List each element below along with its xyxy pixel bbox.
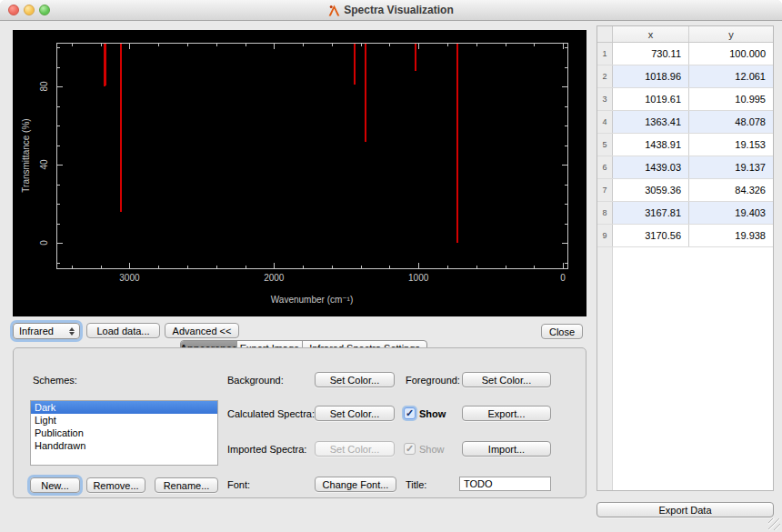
row-number[interactable]: 7 <box>597 179 613 201</box>
cell-y[interactable]: 19.153 <box>688 134 773 156</box>
y-tick <box>57 47 60 48</box>
x-tick <box>563 263 564 268</box>
zoom-window-button[interactable] <box>39 5 50 15</box>
cell-x[interactable]: 3170.56 <box>613 225 688 246</box>
x-tick <box>187 266 188 268</box>
table-row[interactable]: 31019.6110.995 <box>597 88 773 111</box>
background-label: Background: <box>227 375 284 386</box>
titlebar[interactable]: Spectra Visualization <box>0 0 782 21</box>
x-tick <box>158 266 159 268</box>
table-row[interactable]: 83167.8119.403 <box>597 202 773 225</box>
cell-y[interactable]: 10.995 <box>688 88 773 110</box>
y-tick <box>565 125 567 126</box>
cell-x[interactable]: 1019.61 <box>613 88 688 110</box>
cell-x[interactable]: 3167.81 <box>613 202 688 224</box>
column-header-y[interactable]: y <box>688 26 773 42</box>
calculated-set-color-button[interactable]: Set Color... <box>315 406 395 421</box>
advanced-button[interactable]: Advanced << <box>165 323 239 338</box>
export-spectra-button[interactable]: Export... <box>462 406 551 421</box>
cell-x[interactable]: 1438.91 <box>613 134 688 156</box>
y-tick <box>57 125 60 126</box>
y-tick <box>562 243 567 244</box>
spectra-visualization-window: Spectra Visualization Transmittance (%) … <box>0 0 782 532</box>
popup-stepper-icon <box>66 327 76 336</box>
cell-y[interactable]: 19.403 <box>688 202 773 224</box>
new-scheme-button[interactable]: New... <box>30 477 80 493</box>
window-title: Spectra Visualization <box>328 4 454 16</box>
table-row[interactable]: 73059.3684.326 <box>597 179 773 202</box>
load-data-button[interactable]: Load data... <box>86 323 160 338</box>
table-row[interactable]: 21018.9612.061 <box>597 65 773 88</box>
export-data-button[interactable]: Export Data <box>597 502 774 517</box>
row-number[interactable]: 3 <box>597 88 613 110</box>
table-row[interactable]: 61439.0319.137 <box>597 156 773 179</box>
app-icon <box>328 5 340 16</box>
rename-scheme-button[interactable]: Rename... <box>155 477 218 493</box>
x-tick <box>72 44 73 46</box>
x-tick <box>389 266 390 268</box>
y-tick <box>565 106 567 107</box>
cell-x[interactable]: 1439.03 <box>613 156 688 178</box>
title-input[interactable] <box>459 477 551 491</box>
remove-scheme-button[interactable]: Remove... <box>86 477 145 493</box>
background-set-color-button[interactable]: Set Color... <box>315 372 395 387</box>
spectrum-peak <box>365 44 366 142</box>
scheme-item-light[interactable]: Light <box>31 414 217 427</box>
row-number[interactable]: 9 <box>597 225 613 246</box>
column-header-x[interactable]: x <box>613 26 688 42</box>
y-tick <box>565 185 567 186</box>
y-tick <box>565 47 567 48</box>
schemes-list[interactable]: Dark Light Publication Handdrawn <box>30 400 218 466</box>
row-number[interactable]: 4 <box>597 111 613 133</box>
spectrum-plot[interactable]: Transmittance (%) Wavenumber (cm⁻¹) 3000… <box>13 30 586 316</box>
cell-y[interactable]: 100.000 <box>688 43 773 65</box>
row-number[interactable]: 1 <box>597 43 613 65</box>
row-number[interactable]: 8 <box>597 202 613 224</box>
change-font-button[interactable]: Change Font... <box>315 477 396 492</box>
title-label: Title: <box>406 479 426 490</box>
import-spectra-button[interactable]: Import... <box>462 441 551 457</box>
imported-show-label: Show <box>419 444 445 455</box>
x-tick <box>389 44 390 46</box>
resize-grip-icon[interactable] <box>768 518 780 530</box>
x-tick <box>476 266 477 268</box>
table-row[interactable]: 93170.5619.938 <box>597 225 773 247</box>
y-tick <box>57 67 60 68</box>
spectrum-peak <box>415 44 416 69</box>
cell-y[interactable]: 48.078 <box>688 111 773 133</box>
x-tick <box>303 266 304 268</box>
table-row[interactable]: 41363.4148.078 <box>597 111 773 134</box>
cell-x[interactable]: 1018.96 <box>613 65 688 87</box>
minimize-window-button[interactable] <box>24 5 35 15</box>
cell-y[interactable]: 84.326 <box>688 179 773 201</box>
peak-data-table[interactable]: x y 1730.11100.00021018.9612.06131019.61… <box>597 25 774 491</box>
table-row[interactable]: 51438.9119.153 <box>597 134 773 156</box>
x-tick <box>332 266 333 268</box>
cell-x[interactable]: 730.11 <box>613 43 688 65</box>
calculated-show-checkbox[interactable]: ✓ <box>404 407 416 419</box>
foreground-set-color-button[interactable]: Set Color... <box>462 372 551 387</box>
close-window-button[interactable] <box>8 5 19 15</box>
cell-x[interactable]: 3059.36 <box>613 179 688 201</box>
cell-y[interactable]: 19.938 <box>688 225 773 246</box>
cell-y[interactable]: 19.137 <box>688 156 773 178</box>
row-number[interactable]: 2 <box>597 65 613 87</box>
foreground-label: Foreground: <box>406 375 460 386</box>
x-tick <box>506 266 506 268</box>
scheme-item-dark[interactable]: Dark <box>31 401 217 414</box>
scheme-item-publication[interactable]: Publication <box>31 427 217 439</box>
row-number[interactable]: 5 <box>597 134 613 156</box>
table-header[interactable]: x y <box>597 26 773 43</box>
cell-y[interactable]: 12.061 <box>688 65 773 87</box>
close-button[interactable]: Close <box>541 324 583 339</box>
table-row[interactable]: 1730.11100.000 <box>597 43 773 65</box>
spectra-type-popup[interactable]: Infrared <box>13 323 80 339</box>
scheme-item-handdrawn[interactable]: Handdrawn <box>31 439 217 452</box>
y-tick <box>57 263 60 264</box>
cell-x[interactable]: 1363.41 <box>613 111 688 133</box>
x-tick <box>216 44 217 46</box>
y-tick <box>57 165 63 166</box>
x-tick <box>246 266 246 268</box>
row-number[interactable]: 6 <box>597 156 613 178</box>
x-tick <box>361 266 362 268</box>
